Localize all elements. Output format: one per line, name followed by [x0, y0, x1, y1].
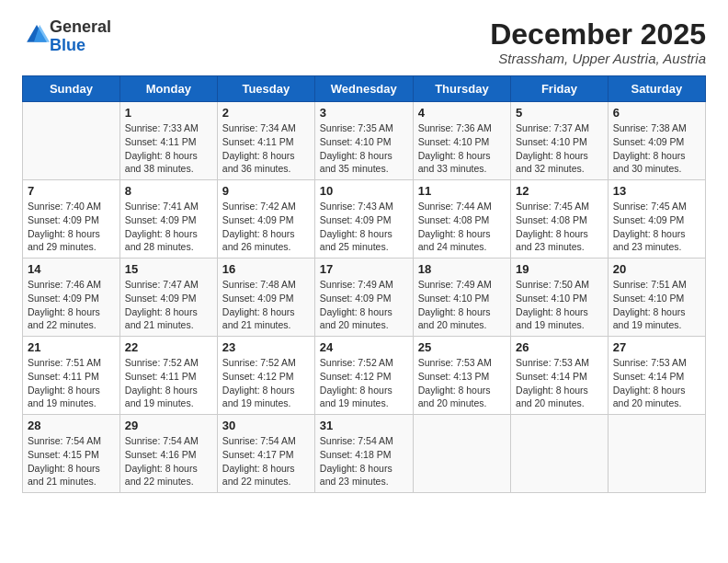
calendar-cell: [413, 415, 510, 493]
day-number: 12: [516, 184, 603, 198]
calendar-week-row: 1Sunrise: 7:33 AM Sunset: 4:11 PM Daylig…: [23, 102, 706, 180]
logo: General Blue: [22, 18, 111, 55]
day-number: 6: [613, 106, 700, 120]
day-info: Sunrise: 7:50 AM Sunset: 4:10 PM Dayligh…: [516, 278, 603, 332]
calendar-cell: [511, 415, 609, 493]
day-number: 2: [222, 106, 310, 120]
day-info: Sunrise: 7:37 AM Sunset: 4:10 PM Dayligh…: [516, 121, 603, 176]
calendar-cell: 13Sunrise: 7:45 AM Sunset: 4:09 PM Dayli…: [608, 180, 705, 259]
day-info: Sunrise: 7:54 AM Sunset: 4:15 PM Dayligh…: [28, 434, 115, 488]
day-info: Sunrise: 7:52 AM Sunset: 4:12 PM Dayligh…: [222, 356, 310, 410]
day-number: 17: [320, 262, 408, 276]
day-info: Sunrise: 7:33 AM Sunset: 4:11 PM Dayligh…: [125, 121, 212, 176]
calendar-cell: 16Sunrise: 7:48 AM Sunset: 4:09 PM Dayli…: [217, 259, 314, 337]
calendar-cell: 10Sunrise: 7:43 AM Sunset: 4:09 PM Dayli…: [314, 180, 413, 259]
day-number: 21: [28, 340, 115, 354]
day-number: 15: [125, 262, 212, 276]
day-info: Sunrise: 7:52 AM Sunset: 4:11 PM Dayligh…: [125, 356, 212, 410]
month-title: December 2025: [490, 18, 706, 51]
day-info: Sunrise: 7:36 AM Sunset: 4:10 PM Dayligh…: [418, 121, 506, 176]
page-header: General Blue December 2025 Strassham, Up…: [22, 18, 706, 66]
day-number: 20: [613, 262, 700, 276]
calendar-cell: 21Sunrise: 7:51 AM Sunset: 4:11 PM Dayli…: [23, 337, 120, 415]
weekday-header: Saturday: [608, 76, 705, 102]
calendar-cell: 23Sunrise: 7:52 AM Sunset: 4:12 PM Dayli…: [217, 337, 314, 415]
calendar-cell: 5Sunrise: 7:37 AM Sunset: 4:10 PM Daylig…: [511, 102, 609, 180]
location: Strassham, Upper Austria, Austria: [490, 51, 706, 66]
calendar-cell: 25Sunrise: 7:53 AM Sunset: 4:13 PM Dayli…: [413, 337, 510, 415]
calendar-cell: 20Sunrise: 7:51 AM Sunset: 4:10 PM Dayli…: [608, 259, 705, 337]
day-info: Sunrise: 7:52 AM Sunset: 4:12 PM Dayligh…: [320, 356, 408, 410]
day-number: 29: [125, 419, 212, 432]
weekday-header: Friday: [511, 76, 609, 102]
calendar-week-row: 28Sunrise: 7:54 AM Sunset: 4:15 PM Dayli…: [23, 415, 706, 493]
day-number: 28: [28, 419, 115, 432]
calendar-cell: 31Sunrise: 7:54 AM Sunset: 4:18 PM Dayli…: [314, 415, 413, 493]
day-info: Sunrise: 7:42 AM Sunset: 4:09 PM Dayligh…: [222, 200, 310, 254]
day-number: 7: [28, 184, 115, 198]
day-number: 16: [222, 262, 310, 276]
calendar-cell: 22Sunrise: 7:52 AM Sunset: 4:11 PM Dayli…: [119, 337, 217, 415]
calendar-cell: 28Sunrise: 7:54 AM Sunset: 4:15 PM Dayli…: [23, 415, 120, 493]
logo-text: General Blue: [50, 18, 111, 55]
day-info: Sunrise: 7:51 AM Sunset: 4:11 PM Dayligh…: [28, 356, 115, 410]
day-info: Sunrise: 7:45 AM Sunset: 4:08 PM Dayligh…: [516, 200, 603, 254]
day-info: Sunrise: 7:54 AM Sunset: 4:17 PM Dayligh…: [222, 434, 310, 488]
calendar-cell: 11Sunrise: 7:44 AM Sunset: 4:08 PM Dayli…: [413, 180, 510, 259]
day-number: 1: [125, 106, 212, 120]
calendar-table: SundayMondayTuesdayWednesdayThursdayFrid…: [22, 75, 706, 493]
day-number: 3: [320, 106, 408, 120]
calendar-cell: 17Sunrise: 7:49 AM Sunset: 4:09 PM Dayli…: [314, 259, 413, 337]
calendar-cell: 6Sunrise: 7:38 AM Sunset: 4:09 PM Daylig…: [608, 102, 705, 180]
day-number: 26: [516, 340, 603, 354]
day-number: 9: [222, 184, 310, 198]
weekday-header: Sunday: [23, 76, 120, 102]
day-info: Sunrise: 7:54 AM Sunset: 4:18 PM Dayligh…: [320, 434, 408, 488]
calendar-cell: 12Sunrise: 7:45 AM Sunset: 4:08 PM Dayli…: [511, 180, 609, 259]
day-number: 14: [28, 262, 115, 276]
day-info: Sunrise: 7:54 AM Sunset: 4:16 PM Dayligh…: [125, 434, 212, 488]
day-number: 4: [418, 106, 506, 120]
day-number: 22: [125, 340, 212, 354]
day-info: Sunrise: 7:41 AM Sunset: 4:09 PM Dayligh…: [125, 200, 212, 254]
day-info: Sunrise: 7:45 AM Sunset: 4:09 PM Dayligh…: [613, 200, 700, 254]
calendar-cell: 8Sunrise: 7:41 AM Sunset: 4:09 PM Daylig…: [119, 180, 217, 259]
day-number: 23: [222, 340, 310, 354]
day-info: Sunrise: 7:44 AM Sunset: 4:08 PM Dayligh…: [418, 200, 506, 254]
day-info: Sunrise: 7:47 AM Sunset: 4:09 PM Dayligh…: [125, 278, 212, 332]
logo-icon: [24, 22, 50, 48]
day-info: Sunrise: 7:53 AM Sunset: 4:14 PM Dayligh…: [516, 356, 603, 410]
calendar-cell: 7Sunrise: 7:40 AM Sunset: 4:09 PM Daylig…: [23, 180, 120, 259]
day-info: Sunrise: 7:34 AM Sunset: 4:11 PM Dayligh…: [222, 121, 310, 176]
calendar-week-row: 14Sunrise: 7:46 AM Sunset: 4:09 PM Dayli…: [23, 259, 706, 337]
weekday-header: Monday: [119, 76, 217, 102]
calendar-cell: [23, 102, 120, 180]
day-number: 31: [320, 419, 408, 432]
calendar-cell: 3Sunrise: 7:35 AM Sunset: 4:10 PM Daylig…: [314, 102, 413, 180]
calendar-cell: 9Sunrise: 7:42 AM Sunset: 4:09 PM Daylig…: [217, 180, 314, 259]
day-info: Sunrise: 7:49 AM Sunset: 4:09 PM Dayligh…: [320, 278, 408, 332]
day-number: 27: [613, 340, 700, 354]
day-info: Sunrise: 7:46 AM Sunset: 4:09 PM Dayligh…: [28, 278, 115, 332]
weekday-header: Tuesday: [217, 76, 314, 102]
weekday-header: Thursday: [413, 76, 510, 102]
calendar-cell: 19Sunrise: 7:50 AM Sunset: 4:10 PM Dayli…: [511, 259, 609, 337]
day-number: 18: [418, 262, 506, 276]
calendar-cell: 24Sunrise: 7:52 AM Sunset: 4:12 PM Dayli…: [314, 337, 413, 415]
day-info: Sunrise: 7:35 AM Sunset: 4:10 PM Dayligh…: [320, 121, 408, 176]
calendar-week-row: 7Sunrise: 7:40 AM Sunset: 4:09 PM Daylig…: [23, 180, 706, 259]
day-number: 8: [125, 184, 212, 198]
calendar-cell: 2Sunrise: 7:34 AM Sunset: 4:11 PM Daylig…: [217, 102, 314, 180]
calendar-cell: 15Sunrise: 7:47 AM Sunset: 4:09 PM Dayli…: [119, 259, 217, 337]
calendar-cell: 4Sunrise: 7:36 AM Sunset: 4:10 PM Daylig…: [413, 102, 510, 180]
calendar-cell: 14Sunrise: 7:46 AM Sunset: 4:09 PM Dayli…: [23, 259, 120, 337]
day-info: Sunrise: 7:48 AM Sunset: 4:09 PM Dayligh…: [222, 278, 310, 332]
day-info: Sunrise: 7:51 AM Sunset: 4:10 PM Dayligh…: [613, 278, 700, 332]
day-info: Sunrise: 7:53 AM Sunset: 4:14 PM Dayligh…: [613, 356, 700, 410]
day-number: 24: [320, 340, 408, 354]
calendar-cell: 27Sunrise: 7:53 AM Sunset: 4:14 PM Dayli…: [608, 337, 705, 415]
day-number: 25: [418, 340, 506, 354]
day-number: 11: [418, 184, 506, 198]
calendar-cell: 18Sunrise: 7:49 AM Sunset: 4:10 PM Dayli…: [413, 259, 510, 337]
weekday-header-row: SundayMondayTuesdayWednesdayThursdayFrid…: [23, 76, 706, 102]
